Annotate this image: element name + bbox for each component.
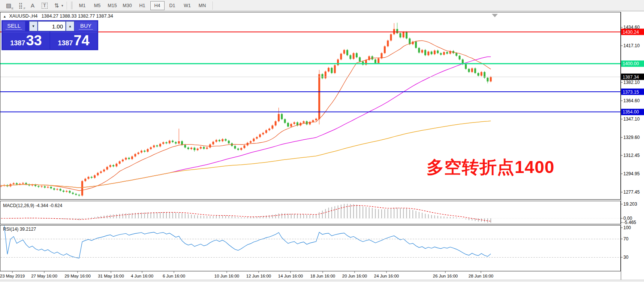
time-axis-label: 27 May 16:00: [31, 274, 57, 278]
chart-ohlc-header: ▲ XAUUSD-,H4 1384.27 1388.33 1382.77 138…: [3, 13, 113, 19]
time-axis-label: 4 Jun 16:00: [131, 274, 153, 278]
y-axis-tick-1277.45: 1277.45: [623, 189, 640, 195]
macd-tick--5.465: -5.465: [623, 220, 636, 225]
sell-button[interactable]: SELL: [3, 21, 25, 31]
mt4-terminal: ▨E⣿FAT⇅ ▾ M1M5M15M30H1H4D1W1MN ▲ XAUUSD-…: [0, 0, 644, 282]
volume-field-wrap: [38, 21, 66, 31]
time-axis-label: 12 Jun 16:00: [246, 274, 271, 278]
y-axis-tick-1312.45: 1312.45: [623, 153, 640, 158]
time-axis-label: 6 Jun 16:00: [163, 274, 185, 278]
rsi-tick-30: 30: [623, 255, 628, 260]
y-axis-tick-1329.60: 1329.60: [623, 135, 640, 140]
bid-big-digits: 33: [26, 33, 42, 48]
ask-quote[interactable]: 1387 74: [50, 32, 97, 49]
rsi-label: RSI(14) 39.2127: [3, 227, 36, 232]
time-axis-label: 28 Jun 16:00: [469, 274, 494, 278]
toolbar-drag-handle[interactable]: [71, 2, 73, 9]
volume-down-button[interactable]: ▼: [29, 21, 37, 31]
price-tag-1400.00: 1400.00: [621, 60, 644, 67]
time-axis-label: 26 Jun 16:00: [433, 274, 458, 278]
volume-input[interactable]: [38, 22, 65, 31]
chart-container: ▲ XAUUSD-,H4 1384.27 1388.33 1382.77 138…: [0, 11, 644, 282]
rsi-line: [4, 226, 491, 258]
y-axis-tick-1434.60: 1434.60: [623, 25, 640, 30]
ask-big-digits: 74: [73, 33, 89, 48]
time-axis-label: 31 May 16:00: [98, 274, 124, 278]
timeframe-button-MN[interactable]: MN: [195, 1, 210, 10]
indicator-grid-icon[interactable]: ⣿F: [15, 1, 26, 10]
window-bottom-strip: [0, 280, 644, 282]
macd-signal-line: [1, 206, 491, 221]
timeframe-button-H1[interactable]: H1: [135, 1, 150, 10]
rsi-tick-70: 70: [623, 236, 628, 242]
time-axis-label: 18 Jun 16:00: [310, 274, 335, 278]
ohlc-values: 1384.27 1388.33 1382.77 1387.34: [42, 13, 113, 19]
macd-pane: [0, 201, 621, 224]
y-axis-tick-1382.10: 1382.10: [623, 80, 640, 85]
ask-small-digits: 1387: [58, 39, 73, 47]
bid-small-digits: 1387: [10, 39, 25, 47]
buy-button[interactable]: BUY: [75, 21, 97, 31]
one-click-trade-panel: SELL ▼ ▲ BUY 1387 33 1387 74: [1, 20, 98, 50]
toolbar-separator: [213, 1, 213, 10]
timeframe-toolbar: M1M5M15M30H1H4D1W1MN: [75, 1, 210, 10]
text-box-icon[interactable]: T: [39, 1, 50, 10]
y-axis-tick-1364.60: 1364.60: [623, 98, 640, 103]
rsi-tick-100: 100: [623, 225, 631, 230]
timeframe-button-D1[interactable]: D1: [165, 1, 180, 10]
expert-advisor-icon[interactable]: ▨E: [3, 1, 14, 10]
y-axis-tick-1294.95: 1294.95: [623, 171, 640, 176]
timeframe-button-M30[interactable]: M30: [120, 1, 135, 10]
timeframe-button-W1[interactable]: W1: [180, 1, 195, 10]
time-axis-label: 10 Jun 16:00: [214, 274, 240, 278]
timeframe-button-H4[interactable]: H4: [150, 1, 165, 10]
y-axis-tick-1347.10: 1347.10: [623, 116, 640, 122]
timeframe-button-M5[interactable]: M5: [90, 1, 105, 10]
macd-tick-19.203: 19.203: [623, 201, 637, 207]
panel-collapse-arrow[interactable]: ▲: [3, 15, 6, 18]
bid-quote[interactable]: 1387 33: [3, 32, 49, 49]
chart-text-annotation: 多空转折点1400: [427, 156, 554, 179]
timeframe-button-M15[interactable]: M15: [105, 1, 120, 10]
toolbar-separator: [67, 1, 67, 10]
time-axis-label: 29 May 16:00: [64, 274, 91, 278]
price-tag-1387.34: 1387.34: [621, 74, 644, 80]
ma-mid: [1, 57, 491, 188]
time-axis-label: 23 May 2019: [0, 274, 25, 278]
volume-up-button[interactable]: ▲: [66, 21, 74, 31]
price-tag-1373.15: 1373.15: [621, 89, 644, 95]
rsi-pane: [0, 225, 621, 272]
chart-canvas[interactable]: [0, 11, 644, 282]
time-axis-label: 14 Jun 16:00: [278, 274, 303, 278]
macd-label: MACD(12,26,9) -4.344 -0.624: [3, 203, 62, 208]
time-axis-label: 24 Jun 16:00: [374, 274, 399, 278]
price-tag-1354.00: 1354.00: [621, 109, 644, 115]
symbol-period-label: XAUUSD-,H4: [9, 13, 37, 19]
chart-shift-marker-icon: [492, 14, 498, 17]
text-label-icon[interactable]: A: [27, 1, 38, 10]
toolbar: ▨E⣿FAT⇅ ▾ M1M5M15M30H1H4D1W1MN: [0, 0, 644, 11]
timeframe-button-M1[interactable]: M1: [75, 1, 90, 10]
time-axis-label: 20 Jun 16:00: [342, 274, 367, 278]
y-axis-tick-1417.10: 1417.10: [623, 43, 640, 48]
cycle-lines-icon[interactable]: ⇅: [51, 1, 62, 10]
